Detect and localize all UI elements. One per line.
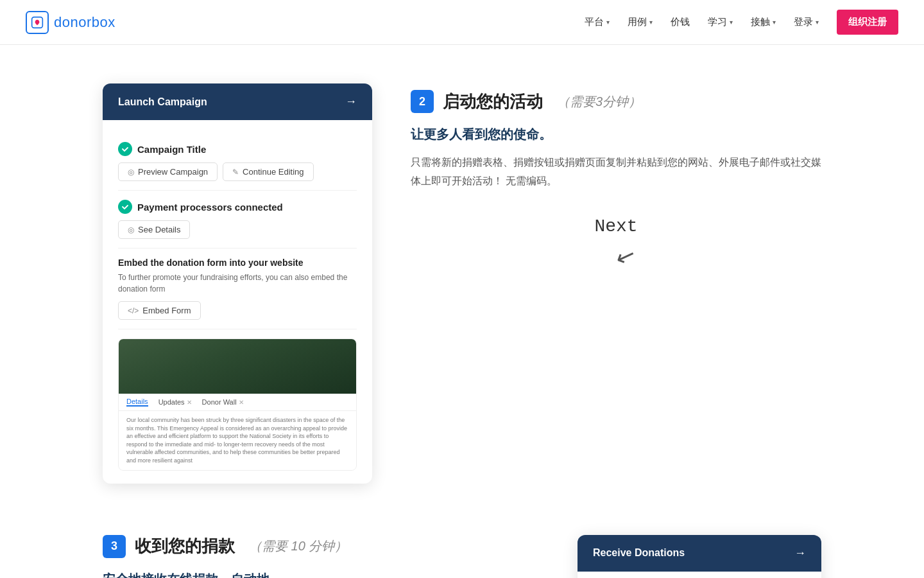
logo-text: donorbox bbox=[54, 14, 116, 31]
code-icon: </> bbox=[128, 306, 139, 315]
campaign-title-buttons: ◎ Preview Campaign ✎ Continue Editing bbox=[118, 162, 357, 181]
nav-links: 平台 ▾ 用例 ▾ 价钱 学习 ▾ 接触 ▾ 登录 ▾ 组织注册 bbox=[585, 10, 898, 35]
nav-pricing[interactable]: 价钱 bbox=[671, 16, 690, 28]
step-2-desc: 只需将新的捐赠表格、捐赠按钮或捐赠页面复制并粘贴到您的网站、外展电子邮件或社交媒… bbox=[411, 153, 821, 191]
login-button[interactable]: 登录 ▾ bbox=[794, 16, 819, 28]
embed-desc: To further promote your fundraising effo… bbox=[118, 272, 357, 295]
preview-text: Our local community has been struck by t… bbox=[126, 416, 348, 465]
preview-campaign-button[interactable]: ◎ Preview Campaign bbox=[118, 162, 218, 181]
preview-tab-details[interactable]: Details bbox=[126, 398, 148, 407]
payment-processors-title: Payment processors connected bbox=[118, 200, 357, 214]
see-details-button[interactable]: ◎ See Details bbox=[118, 220, 190, 239]
launch-campaign-card: Launch Campaign → Campaign Title bbox=[103, 83, 372, 484]
step-3-subtitle: 安全地接收在线捐款。自动地。 bbox=[103, 571, 539, 578]
next-arrow-icon: ↙ bbox=[437, 177, 814, 336]
logo-icon bbox=[26, 11, 49, 34]
next-annotation: Next ↙ bbox=[411, 216, 821, 270]
section-2: Launch Campaign → Campaign Title bbox=[103, 83, 821, 484]
preview-tabs: Details Updates ✕ Donor Wall ✕ bbox=[119, 394, 356, 411]
section-3-right: Receive Donations → Gross Donations $148… bbox=[578, 535, 821, 578]
section-3-left: 3 收到您的捐款 （需要 10 分钟） 安全地接收在线捐款。自动地。 轻松将 P… bbox=[103, 535, 539, 578]
campaign-title: Campaign Title bbox=[118, 142, 357, 156]
step-2-time: （需要3分钟） bbox=[557, 93, 641, 110]
arrow-right-icon: → bbox=[794, 547, 806, 560]
receive-card-header: Receive Donations → bbox=[578, 535, 821, 572]
embed-title: Embed the donation form into your websit… bbox=[118, 258, 357, 268]
receive-donations-card: Receive Donations → Gross Donations $148… bbox=[578, 535, 821, 578]
campaign-title-row: Campaign Title ◎ Preview Campaign ✎ Cont… bbox=[118, 133, 357, 191]
check-icon bbox=[118, 200, 132, 214]
page-content: Launch Campaign → Campaign Title bbox=[77, 45, 847, 578]
logo[interactable]: donorbox bbox=[26, 11, 116, 34]
payment-buttons: ◎ See Details bbox=[118, 220, 357, 239]
register-button[interactable]: 组织注册 bbox=[837, 10, 898, 35]
embed-section: Embed the donation form into your websit… bbox=[118, 249, 357, 329]
section-3: 3 收到您的捐款 （需要 10 分钟） 安全地接收在线捐款。自动地。 轻松将 P… bbox=[103, 535, 821, 578]
chevron-down-icon: ▾ bbox=[606, 19, 610, 26]
chevron-down-icon: ▾ bbox=[730, 19, 733, 26]
payment-processors-row: Payment processors connected ◎ See Detai… bbox=[118, 191, 357, 249]
step-2-subtitle: 让更多人看到您的使命。 bbox=[411, 126, 821, 143]
nav-contact[interactable]: 接触 ▾ bbox=[751, 16, 776, 28]
embed-form-button[interactable]: </> Embed Form bbox=[118, 301, 201, 320]
campaign-preview: Details Updates ✕ Donor Wall ✕ Our local… bbox=[118, 338, 357, 471]
check-icon bbox=[118, 142, 132, 156]
preview-background bbox=[119, 339, 356, 394]
arrow-right-icon: → bbox=[345, 95, 357, 109]
preview-tab-updates[interactable]: Updates ✕ bbox=[158, 398, 192, 407]
section-2-left: Launch Campaign → Campaign Title bbox=[103, 83, 372, 484]
pencil-icon: ✎ bbox=[232, 168, 239, 177]
navbar: donorbox 平台 ▾ 用例 ▾ 价钱 学习 ▾ 接触 ▾ 登录 ▾ 组织注… bbox=[0, 0, 924, 45]
launch-card-body: Campaign Title ◎ Preview Campaign ✎ Cont… bbox=[103, 120, 372, 484]
nav-learn[interactable]: 学习 ▾ bbox=[708, 16, 733, 28]
receive-card-body: Gross Donations $148,675 Average Donatio… bbox=[578, 572, 821, 578]
step-3-title: 收到您的捐款 bbox=[135, 535, 235, 557]
launch-card-header: Launch Campaign → bbox=[103, 83, 372, 120]
step-2-title: 启动您的活动 bbox=[443, 91, 543, 113]
eye-icon: ◎ bbox=[128, 168, 134, 177]
step-3-header: 3 收到您的捐款 （需要 10 分钟） bbox=[103, 535, 539, 558]
continue-editing-button[interactable]: ✎ Continue Editing bbox=[223, 162, 313, 181]
preview-text-block: Our local community has been struck by t… bbox=[119, 411, 356, 470]
eye-icon: ◎ bbox=[128, 225, 134, 234]
chevron-down-icon: ▾ bbox=[773, 19, 776, 26]
step-2-number: 2 bbox=[411, 90, 434, 113]
step-3-time: （需要 10 分钟） bbox=[249, 538, 347, 555]
step-2-header: 2 启动您的活动 （需要3分钟） bbox=[411, 90, 821, 113]
section-2-right: 2 启动您的活动 （需要3分钟） 让更多人看到您的使命。 只需将新的捐赠表格、捐… bbox=[411, 83, 821, 270]
step-3-number: 3 bbox=[103, 535, 126, 558]
chevron-down-icon: ▾ bbox=[649, 19, 653, 26]
chevron-down-icon: ▾ bbox=[816, 19, 819, 26]
preview-image bbox=[119, 339, 356, 394]
preview-tab-donor-wall[interactable]: Donor Wall ✕ bbox=[202, 398, 244, 407]
next-label: Next bbox=[411, 216, 821, 236]
nav-platform[interactable]: 平台 ▾ bbox=[585, 16, 610, 28]
nav-use-cases[interactable]: 用例 ▾ bbox=[628, 16, 653, 28]
